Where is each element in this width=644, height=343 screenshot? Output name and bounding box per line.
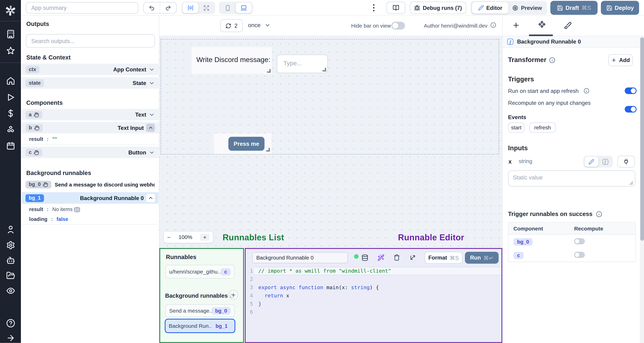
component-settings-tab-icon[interactable] [537,20,547,30]
event-refresh-button[interactable]: refresh [529,122,556,133]
recompute-bg0-toggle[interactable] [574,238,585,244]
info-icon[interactable] [584,88,590,94]
resize-handle[interactable] [266,148,270,152]
code-line[interactable]: 4 return x [246,292,502,300]
workers-robot-icon[interactable] [6,256,15,265]
pencil-icon [588,159,594,164]
component-row-b[interactable]: b Text Input [22,122,158,134]
runnable-item-bg0[interactable]: Send a message... bg_0 [166,304,234,317]
windmill-logo-icon[interactable] [4,4,16,16]
chevron-down-icon[interactable] [149,149,155,155]
more-menu-button[interactable] [370,3,378,12]
redo-button[interactable] [160,2,176,13]
press-me-button[interactable]: Press me [228,137,264,151]
event-start-button[interactable]: start [508,122,524,133]
star-icon[interactable] [6,46,15,56]
refresh-mode-dropdown[interactable]: once [248,22,271,28]
bg0-row[interactable]: bg_0 Send a message to discord using web… [22,178,158,190]
textarea-resize-grip[interactable] [629,181,634,185]
run-button[interactable]: Run ⌘↵ [465,252,499,264]
cache-database-icon[interactable] [361,254,368,261]
scrollbar-track[interactable] [640,36,644,343]
chevron-down-icon[interactable] [149,66,155,72]
center-layout-button[interactable] [182,2,198,13]
schedules-calendar-icon[interactable] [6,141,15,150]
insert-component-tab-plus-icon[interactable] [512,21,520,29]
recompute-toggle[interactable] [625,106,637,112]
zoom-out-button[interactable]: − [167,234,171,241]
collapse-bg1-button[interactable] [146,194,155,202]
code-line[interactable]: 6 [246,308,502,316]
info-icon[interactable] [549,57,555,63]
refresh-count-button[interactable]: 2 [220,19,243,32]
static-value-textarea[interactable] [508,170,635,186]
help-icon[interactable] [6,319,15,328]
format-button[interactable]: Format ⌘S [425,252,462,264]
variables-dollar-icon[interactable] [6,109,15,118]
add-background-runnable-button[interactable] [228,290,238,300]
resize-handle[interactable] [267,69,271,73]
styling-brush-tab-icon[interactable] [564,21,572,29]
preview-tab[interactable]: Preview [508,2,546,14]
runnable-item-bg1-selected[interactable]: Background Run... bg_1 [165,319,236,333]
static-mode-button[interactable] [584,156,598,167]
runnable-name-input[interactable] [252,252,348,263]
runnable-item-script[interactable]: u/henri/scrape_githu... c [166,265,234,278]
desktop-view-button[interactable] [236,2,252,13]
run-on-start-toggle[interactable] [625,88,637,94]
collapse-b-button[interactable] [146,124,155,132]
ai-wand-icon[interactable] [378,254,384,261]
output-row-ctx[interactable]: ctx App Context [22,64,158,75]
add-transformer-button[interactable]: Add [608,54,633,66]
settings-gear-icon[interactable] [6,240,15,250]
table-row: c [508,248,635,262]
runs-play-icon[interactable] [6,93,15,102]
expand-editor-icon[interactable] [410,254,416,261]
draft-button[interactable]: Draft ⌘S [550,1,598,15]
debug-runs-button[interactable]: Debug runs (7) [410,2,466,14]
collapse-arrow-right-icon[interactable] [6,334,15,342]
selected-runnable-title: Background Runnable 0 [517,38,581,45]
text-input-component[interactable]: Type... [277,54,328,73]
text-component[interactable]: Write Discord message: [192,47,272,74]
recompute-c-toggle[interactable] [574,252,585,258]
code-line[interactable]: 5} [246,300,502,308]
folder-open-icon[interactable] [6,271,15,280]
eval-mode-button[interactable]: f [598,156,612,167]
resources-boxes-icon[interactable] [6,125,15,134]
component-row-c[interactable]: c Button [22,147,158,158]
output-row-state[interactable]: state State [22,77,158,89]
search-outputs-input[interactable] [26,34,155,48]
app-summary-input[interactable] [26,2,138,14]
connect-plug-button[interactable] [617,156,635,168]
bg0-table-badge: bg_0 [514,238,533,246]
chevron-down-icon[interactable] [149,80,155,86]
app-canvas[interactable]: Write Discord message: Type... Press me … [159,36,502,248]
docs-button[interactable] [386,2,406,14]
home-icon[interactable] [6,76,15,86]
code-line[interactable]: 2 [246,275,502,283]
delete-trash-icon[interactable] [394,254,400,261]
scrollbar-thumb[interactable] [640,38,644,241]
hide-bar-toggle[interactable] [392,22,405,30]
bg1-row-selected[interactable]: bg_1 Background Runnable 0 [22,192,158,204]
audit-eye-icon[interactable] [6,286,15,295]
trigger2-label: Recompute on any input changes [508,100,591,106]
editor-tab[interactable]: Editor [472,2,508,14]
chevron-down-icon[interactable] [149,112,155,118]
bg0-label: Send a message to discord using webhoo [55,181,155,188]
fullwidth-layout-button[interactable] [198,2,214,13]
component-row-a[interactable]: a Text [22,109,158,120]
deploy-button[interactable]: Deploy [601,1,639,15]
format-label: Format [428,254,447,261]
user-icon[interactable] [6,225,15,234]
mobile-view-button[interactable] [220,2,236,13]
building-icon[interactable] [6,30,15,38]
info-icon[interactable] [490,22,496,28]
info-icon[interactable] [596,211,602,217]
undo-button[interactable] [144,2,160,13]
code-line[interactable]: 1// import * as wmill from "windmill-cli… [246,267,502,275]
resize-handle[interactable] [322,68,326,72]
zoom-in-button[interactable]: + [200,234,210,241]
code-line[interactable]: 3export async function main(x: string) { [246,283,502,292]
